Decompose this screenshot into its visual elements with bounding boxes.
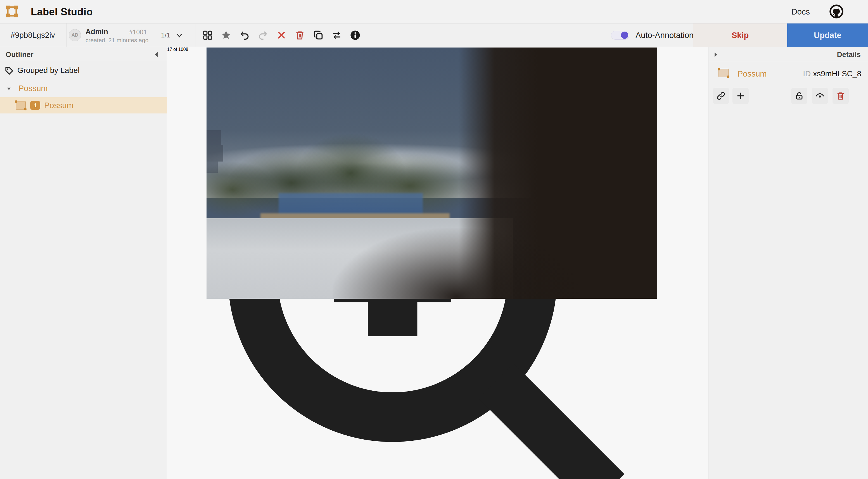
update-button[interactable]: Update — [787, 24, 868, 47]
relations-button[interactable] — [331, 29, 343, 41]
outliner-panel: Outliner Grouped by Label Possum 1 Possu… — [0, 47, 167, 479]
auto-annotation-toggle[interactable] — [611, 31, 629, 40]
app-header: Label Studio Docs — [0, 0, 868, 24]
label-group-row[interactable]: Possum — [0, 80, 167, 97]
region-actions — [708, 88, 868, 106]
star-button[interactable] — [220, 29, 232, 41]
tag-icon — [4, 66, 14, 75]
grid-view-button[interactable] — [202, 29, 214, 41]
region-shape-icon — [16, 101, 26, 109]
created-timestamp: created, 21 minutes ago — [86, 37, 148, 43]
region-id: IDxs9mHLSC_8 — [803, 69, 861, 78]
selected-region-summary[interactable]: Possum IDxs9mHLSC_8 — [708, 62, 868, 85]
grouping-label: Grouped by Label — [17, 66, 80, 75]
visibility-eye-button[interactable] — [812, 88, 828, 104]
details-title: Details — [837, 50, 861, 59]
annotation-toolbar: #9pb8Lgs2iv AD Admin #1001 created, 21 m… — [0, 24, 868, 47]
toolbar-icon-group — [197, 24, 361, 47]
outliner-title: Outliner — [6, 50, 34, 59]
info-button[interactable] — [349, 29, 361, 41]
region-shape-icon — [718, 69, 728, 77]
relation-link-button[interactable] — [713, 88, 729, 104]
task-id[interactable]: #9pb8Lgs2iv — [11, 31, 55, 40]
annotation-number: #1001 — [129, 29, 147, 36]
chevron-down-icon[interactable] — [175, 31, 184, 40]
region-index-badge: 1 — [30, 101, 40, 110]
divider — [66, 24, 67, 47]
total-frames: 1008 — [178, 47, 188, 52]
skip-button[interactable]: Skip — [693, 24, 787, 47]
toggle-knob — [621, 32, 628, 39]
details-panel: Details Possum IDxs9mHLSC_8 — [708, 47, 868, 479]
undo-button[interactable] — [239, 29, 250, 41]
duplicate-button[interactable] — [312, 29, 324, 41]
annotation-pagination: 1/1 — [161, 31, 170, 39]
delete-all-trash-button[interactable] — [294, 29, 306, 41]
id-value: xs9mHLSC_8 — [813, 69, 861, 78]
workspace: 17 of 1008 00:00:17 — [167, 47, 708, 479]
region-label: Possum — [44, 101, 73, 110]
label-group-name: Possum — [19, 84, 48, 93]
app-title: Label Studio — [31, 6, 93, 18]
region-row-selected[interactable]: 1 Possum — [0, 97, 167, 114]
current-frame: 17 — [167, 47, 172, 52]
video-canvas[interactable] — [207, 47, 657, 299]
id-prefix: ID — [803, 69, 811, 78]
grouping-selector[interactable]: Grouped by Label — [0, 62, 167, 80]
redo-button[interactable] — [257, 29, 269, 41]
label-studio-logo-icon — [6, 5, 19, 18]
docs-link[interactable]: Docs — [792, 7, 810, 17]
region-label: Possum — [738, 69, 767, 78]
label-studio-app: Label Studio Docs #9pb8Lgs2iv AD Admin #… — [0, 0, 868, 479]
auto-annotation-label: Auto-Annotation — [636, 31, 693, 40]
auto-annotation-control: Auto-Annotation — [611, 24, 693, 47]
user-name: Admin — [86, 27, 108, 36]
avatar[interactable]: AD — [69, 29, 81, 41]
expand-panel-icon[interactable] — [712, 52, 719, 58]
caret-down-icon[interactable] — [6, 86, 12, 92]
collapse-panel-icon[interactable] — [153, 51, 160, 58]
lock-button[interactable] — [791, 88, 807, 104]
video-hand — [486, 158, 639, 284]
github-icon[interactable] — [829, 4, 844, 19]
delete-region-trash-button[interactable] — [833, 88, 849, 104]
add-button[interactable] — [733, 88, 749, 104]
delete-region-button[interactable] — [276, 29, 287, 41]
